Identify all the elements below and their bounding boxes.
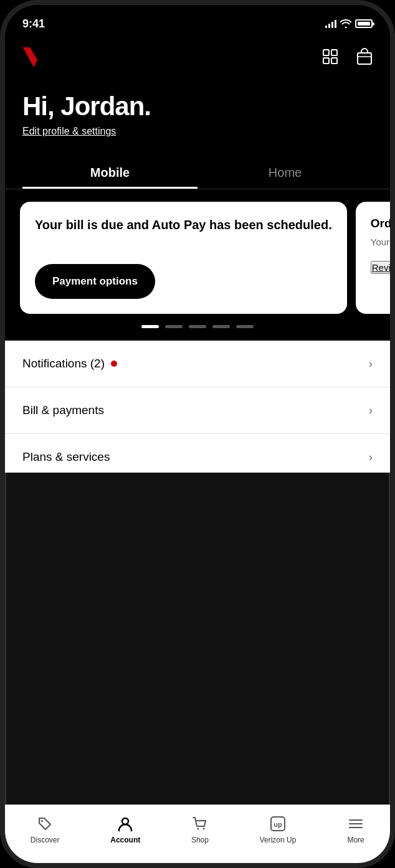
svg-point-8 bbox=[197, 828, 199, 830]
svg-rect-4 bbox=[358, 53, 371, 64]
order-title: Order 13236 confirmed. bbox=[371, 217, 390, 230]
svg-rect-0 bbox=[323, 50, 329, 55]
wifi-icon bbox=[340, 19, 351, 28]
svg-point-7 bbox=[122, 818, 128, 824]
bill-left: Bill & payments bbox=[22, 403, 104, 417]
tab-mobile-label: Mobile bbox=[90, 166, 130, 179]
plans-services-label: Plans & services bbox=[22, 450, 110, 464]
discover-label: Discover bbox=[31, 836, 60, 844]
review-details-link[interactable]: Review deta bbox=[371, 261, 390, 274]
tag-icon bbox=[36, 815, 54, 833]
nav-account[interactable]: Account bbox=[103, 811, 148, 848]
bill-card-text: Your bill is due and Auto Pay has been s… bbox=[35, 217, 332, 233]
person-icon bbox=[117, 815, 134, 833]
status-icons bbox=[325, 19, 373, 28]
tab-home[interactable]: Home bbox=[198, 156, 373, 189]
cards-section: Your bill is due and Auto Pay has been s… bbox=[5, 189, 390, 314]
grid-button[interactable] bbox=[319, 45, 341, 70]
cart-icon bbox=[191, 815, 209, 833]
tab-mobile[interactable]: Mobile bbox=[22, 156, 198, 189]
nav-discover[interactable]: Discover bbox=[23, 811, 67, 848]
nav-shop[interactable]: Shop bbox=[184, 811, 216, 848]
notifications-menu-item[interactable]: Notifications (2) › bbox=[5, 341, 390, 387]
menu-icon bbox=[347, 815, 364, 833]
status-time: 9:41 bbox=[22, 17, 45, 31]
header-icons bbox=[319, 45, 375, 70]
nav-verizon-up[interactable]: up Verizon Up bbox=[252, 811, 304, 848]
notifications-left: Notifications (2) bbox=[22, 357, 117, 370]
nav-more[interactable]: More bbox=[340, 811, 372, 848]
bag-icon bbox=[356, 48, 373, 65]
account-label: Account bbox=[110, 836, 140, 844]
svg-rect-3 bbox=[331, 58, 337, 64]
bill-payments-menu-item[interactable]: Bill & payments › bbox=[5, 387, 390, 434]
notification-dot bbox=[111, 361, 117, 367]
bill-payments-label: Bill & payments bbox=[22, 403, 104, 417]
edit-profile-link[interactable]: Edit profile & settings bbox=[22, 126, 116, 137]
dot-2 bbox=[165, 325, 183, 328]
chevron-right-icon-3: › bbox=[369, 451, 373, 464]
bottom-nav: Discover Account Shop bbox=[5, 804, 390, 863]
verizon-up-label: Verizon Up bbox=[260, 836, 297, 844]
shop-label: Shop bbox=[191, 836, 209, 844]
signal-icon bbox=[325, 19, 336, 28]
tab-underline bbox=[22, 187, 198, 189]
white-section: Notifications (2) › Bill & payments › Pl… bbox=[5, 341, 390, 473]
battery-icon bbox=[355, 19, 373, 28]
tab-home-label: Home bbox=[269, 166, 302, 179]
chevron-right-icon: › bbox=[369, 357, 373, 370]
tabs-section: Mobile Home bbox=[5, 156, 390, 189]
dot-3 bbox=[189, 325, 206, 328]
cards-scroll: Your bill is due and Auto Pay has been s… bbox=[5, 202, 390, 314]
dot-4 bbox=[212, 325, 230, 328]
status-bar: 9:41 bbox=[5, 5, 390, 39]
payment-options-button[interactable]: Payment options bbox=[35, 264, 155, 299]
dot-5 bbox=[236, 325, 254, 328]
greeting-section: Hi, Jordan. Edit profile & settings bbox=[5, 80, 390, 156]
chevron-right-icon-2: › bbox=[369, 404, 373, 417]
greeting-title: Hi, Jordan. bbox=[22, 92, 373, 121]
svg-rect-1 bbox=[331, 50, 337, 55]
bag-button[interactable] bbox=[354, 45, 375, 70]
order-card-content: Order 13236 confirmed. Your Beats W Head… bbox=[371, 217, 390, 274]
svg-point-9 bbox=[202, 828, 204, 830]
verizon-logo bbox=[20, 45, 47, 70]
order-card: Order 13236 confirmed. Your Beats W Head… bbox=[356, 202, 390, 314]
svg-point-6 bbox=[41, 820, 43, 822]
svg-text:up: up bbox=[274, 821, 282, 828]
dots-section bbox=[5, 314, 390, 341]
bill-card: Your bill is due and Auto Pay has been s… bbox=[20, 202, 347, 314]
app-header bbox=[5, 39, 390, 80]
svg-rect-2 bbox=[323, 58, 329, 64]
more-label: More bbox=[347, 836, 364, 844]
notifications-label: Notifications (2) bbox=[22, 357, 105, 370]
dot-1 bbox=[141, 325, 159, 328]
grid-icon bbox=[321, 48, 339, 65]
up-icon: up bbox=[269, 815, 287, 833]
order-desc: Your Beats W Headphones to ship soon bbox=[371, 235, 390, 248]
plans-services-partial: Plans & services › bbox=[5, 434, 390, 473]
